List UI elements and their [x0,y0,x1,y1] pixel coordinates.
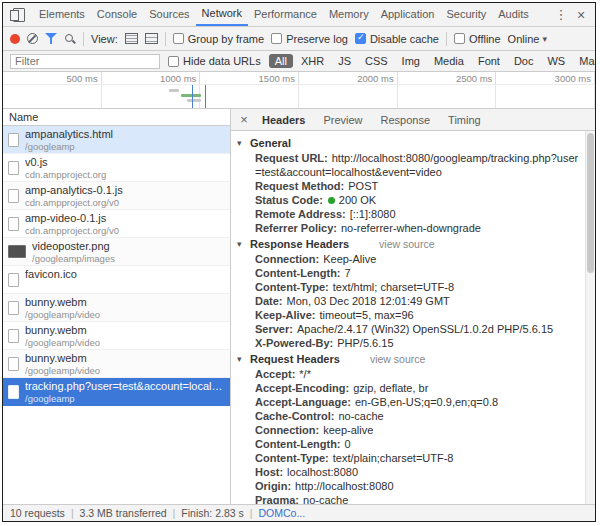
more-menu-icon[interactable]: ⋮ [553,7,569,22]
checkbox-label: Group by frame [188,33,264,45]
file-icon [8,245,26,258]
record-icon[interactable] [10,34,20,44]
resource-filter[interactable]: All [269,54,293,68]
request-text: ampanalytics.html /googleamp [25,128,113,152]
header-value: en-GB,en-US;q=0.9,en;q=0.8 [355,396,498,408]
header-row: Accept-Language:en-GB,en-US;q=0.9,en;q=0… [237,395,583,409]
general-section-header[interactable]: General [237,134,583,151]
section-title: Request Headers [250,353,340,365]
panel-tab[interactable]: Audits [492,3,535,26]
header-row: Content-Type:text/plain;charset=UTF-8 [237,451,583,465]
request-row[interactable]: bunny.webm /googleamp/video [3,350,230,378]
panel-tab[interactable]: Security [440,3,492,26]
header-value: keep-alive [323,424,373,436]
panel-tab[interactable]: Network [196,3,248,26]
header-key: Accept: [255,368,295,380]
resource-filter[interactable]: Font [472,54,506,68]
response-headers-section-header[interactable]: Response Headers view source [237,235,583,252]
header-value: timeout=5, max=96 [320,309,414,321]
header-row: Status Code:200 OK [237,193,583,207]
detail-tab[interactable]: Headers [253,109,314,131]
request-row[interactable]: bunny.webm /googleamp/video [3,322,230,350]
hide-data-urls-checkbox[interactable]: Hide data URLs [168,55,261,67]
file-icon [8,133,19,147]
file-icon [8,273,19,287]
resource-filter[interactable]: WS [541,54,571,68]
small-rows-view-icon[interactable] [125,33,138,44]
header-row: Pragma:no-cache [237,493,583,504]
header-key: Accept-Encoding: [255,382,349,394]
panel-tab[interactable]: Elements [33,3,91,26]
request-row[interactable]: videoposter.png /googleamp/images [3,238,230,266]
request-row[interactable]: amp-analytics-0.1.js cdn.ampproject.org/… [3,182,230,210]
clear-icon[interactable] [27,33,38,44]
close-details-icon[interactable]: × [235,112,253,127]
request-path: /googleamp/video [25,365,100,376]
device-toolbar-icon[interactable] [10,8,25,21]
timeline-tick-label: 1000 ms [102,72,201,84]
resource-filter[interactable]: JS [332,54,357,68]
offline-checkbox[interactable]: Offline [454,33,501,45]
resource-filter[interactable]: CSS [359,54,394,68]
view-source-link[interactable]: view source [370,353,425,365]
throttling-dropdown[interactable]: Online [508,33,547,45]
detail-tab[interactable]: Preview [314,109,371,131]
filter-input[interactable] [10,54,160,69]
close-devtools-icon[interactable]: × [573,7,589,23]
group-by-frame-checkbox[interactable]: Group by frame [173,33,264,45]
disable-cache-checkbox[interactable]: Disable cache [355,33,439,45]
resource-filter[interactable]: XHR [295,54,330,68]
request-row[interactable]: v0.js cdn.ampproject.org [3,154,230,182]
status-item[interactable]: Finish: 2.83 s [167,507,244,519]
filter-funnel-icon[interactable] [45,33,57,44]
header-key: Origin: [255,480,291,492]
timeline-overview[interactable]: 500 ms 1000 ms 1500 ms 2000 ms 2500 ms 3… [3,72,595,109]
panel-tab[interactable]: Console [91,3,143,26]
status-item[interactable]: DOMCo... [244,507,305,519]
panel-tab[interactable]: Sources [143,3,195,26]
view-source-link[interactable]: view source [379,238,434,250]
detail-tab[interactable]: Timing [439,109,490,131]
status-item[interactable]: 10 requests [10,507,65,519]
request-row[interactable]: favicon.ico [3,266,230,294]
general-section: General Request URL:http://localhost:808… [237,134,583,235]
header-value: 7 [345,267,351,279]
detail-tab[interactable]: Response [372,109,440,131]
request-text: v0.js cdn.ampproject.org [25,156,106,180]
name-column-header[interactable]: Name [3,109,230,126]
request-path [25,281,77,292]
resource-filter[interactable]: Doc [508,54,540,68]
request-row[interactable]: tracking.php?user=test&account=localhost… [3,378,230,406]
domcontentloaded-marker [192,85,193,108]
search-icon[interactable] [64,33,76,45]
disclosure-triangle-icon [237,354,245,364]
request-name: videoposter.png [32,240,115,253]
header-row: Server:Apache/2.4.17 (Win32) OpenSSL/1.0… [237,322,583,336]
request-headers-section-header[interactable]: Request Headers view source [237,350,583,367]
preserve-log-checkbox[interactable]: Preserve log [271,33,348,45]
large-rows-view-icon[interactable] [145,33,158,44]
header-row: Request Method:POST [237,179,583,193]
status-ok-dot-icon [328,197,335,204]
status-item[interactable]: 3.3 MB transferred [65,507,167,519]
resource-filter[interactable]: Img [396,54,426,68]
request-path: cdn.ampproject.org [25,169,106,180]
request-row[interactable]: amp-video-0.1.js cdn.ampproject.org/v0 [3,210,230,238]
request-row[interactable]: ampanalytics.html /googleamp [3,126,230,154]
scrollbar-thumb[interactable] [587,133,594,273]
header-row: Date:Mon, 03 Dec 2018 12:01:49 GMT [237,294,583,308]
timeline-tick-label: 1500 ms [200,72,299,84]
panel-tab[interactable]: Performance [248,3,323,26]
resource-filter[interactable]: Manifest [573,54,596,68]
panel-tab[interactable]: Memory [323,3,375,26]
disclosure-triangle-icon [237,239,245,249]
request-row[interactable]: bunny.webm /googleamp/video [3,294,230,322]
details-scrollbar[interactable] [585,131,595,504]
request-path: cdn.ampproject.org/v0 [25,225,119,236]
resource-filter[interactable]: Media [428,54,470,68]
panel-tab[interactable]: Application [375,3,441,26]
header-key: Status Code: [255,194,323,206]
divider [83,32,84,46]
request-header-rows: Accept:*/* Accept-Encoding:gzip, deflate… [237,367,583,504]
window-controls: ⋮ × [553,7,595,23]
